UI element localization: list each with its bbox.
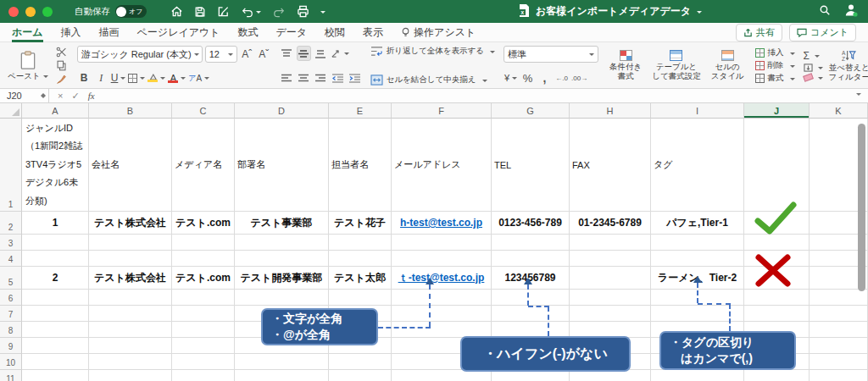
cell-F1[interactable]: メールアドレス [392, 119, 492, 212]
column-header-J[interactable]: J [744, 103, 810, 119]
undo-icon[interactable] [241, 6, 261, 18]
increase-font-button[interactable]: Aˆ [240, 47, 254, 62]
row-header-7[interactable]: 7 [0, 306, 22, 322]
share-button[interactable]: 共有 [736, 24, 782, 41]
increase-indent-button[interactable] [348, 70, 362, 86]
tab-tell-me[interactable]: 操作アシスト [401, 23, 476, 42]
accounting-format-button[interactable]: ¥ [504, 70, 518, 86]
cell-C7[interactable] [172, 306, 235, 322]
increase-decimal-button[interactable]: ←.0 [554, 70, 569, 86]
cell-styles-button[interactable]: セルのスタイル [709, 50, 747, 81]
cell-A1[interactable]: ジャンルID（1新聞2雑誌3TV4ラジオ5デジタル6未分類) [22, 119, 89, 212]
select-all-corner[interactable] [0, 103, 22, 119]
cell-B5[interactable]: テスト株式会社 [89, 267, 172, 290]
decrease-decimal-button[interactable]: .00→ [571, 70, 587, 86]
cell-E5[interactable]: テスト太郎 [329, 267, 392, 290]
cell-A11[interactable] [22, 370, 89, 381]
minimize-window-button[interactable] [25, 7, 36, 17]
align-top-button[interactable] [280, 46, 294, 61]
insert-function-icon[interactable]: fx [88, 91, 95, 101]
cell-I4[interactable] [651, 251, 744, 267]
cell-C5[interactable]: テスト.com [172, 267, 235, 290]
tab-data[interactable]: データ [276, 23, 308, 42]
cell-F7[interactable] [392, 306, 492, 322]
cell-K11[interactable] [810, 370, 868, 381]
row-header-3[interactable]: 3 [0, 235, 22, 251]
merge-center-button[interactable]: セルを結合して中央揃え [370, 75, 495, 86]
cell-C8[interactable] [172, 322, 235, 338]
cell-B7[interactable] [89, 306, 172, 322]
cell-C10[interactable] [172, 354, 235, 370]
row-header-9[interactable]: 9 [0, 338, 22, 354]
clear-button[interactable] [804, 74, 823, 82]
cell-I2[interactable]: パフェ,Tier-1 [651, 212, 744, 235]
cell-B2[interactable]: テスト株式会社 [89, 212, 172, 235]
cell-I1[interactable]: タグ [651, 119, 744, 212]
cell-D11[interactable] [235, 370, 329, 381]
cell-C1[interactable]: メディア名 [172, 119, 235, 212]
align-left-button[interactable] [280, 70, 294, 86]
format-as-table-button[interactable]: テーブルとして書式設定 [649, 50, 703, 81]
cell-A10[interactable] [22, 354, 89, 370]
cancel-entry-icon[interactable]: × [58, 91, 63, 101]
cell-B3[interactable] [89, 235, 172, 251]
column-header-F[interactable]: F [392, 103, 492, 119]
title-dropdown-icon[interactable] [697, 11, 702, 16]
zoom-window-button[interactable] [42, 7, 53, 17]
cell-A3[interactable] [22, 235, 89, 251]
toolbar-overflow-icon[interactable] [320, 8, 326, 16]
cell-B4[interactable] [89, 251, 172, 267]
bold-button[interactable]: B [77, 70, 92, 86]
column-header-G[interactable]: G [492, 103, 570, 119]
row-header-2[interactable]: 2 [0, 212, 22, 235]
cell-B8[interactable] [89, 322, 172, 338]
cell-D3[interactable] [235, 235, 329, 251]
comment-button[interactable]: コメント [789, 24, 856, 41]
cell-F6[interactable] [392, 290, 492, 306]
name-box[interactable]: J20 [0, 89, 49, 103]
tab-review[interactable]: 校閲 [325, 23, 345, 42]
column-header-E[interactable]: E [329, 103, 392, 119]
number-format-select[interactable]: 標準 [504, 46, 598, 63]
cell-C9[interactable] [172, 338, 235, 354]
cell-B9[interactable] [89, 338, 172, 354]
cell-C6[interactable] [172, 290, 235, 306]
row-header-1[interactable]: 1 [0, 119, 22, 212]
cell-J1[interactable] [744, 119, 810, 212]
percent-style-button[interactable]: % [520, 70, 535, 86]
row-header-4[interactable]: 4 [0, 251, 22, 267]
orientation-button[interactable] [331, 46, 349, 61]
cell-H3[interactable] [570, 235, 651, 251]
cell-B10[interactable] [89, 354, 172, 370]
cell-A9[interactable] [22, 338, 89, 354]
cell-B1[interactable]: 会社名 [89, 119, 172, 212]
fill-button[interactable] [804, 64, 823, 72]
tab-page-layout[interactable]: ページレイアウト [137, 23, 220, 42]
tab-home[interactable]: ホーム [12, 23, 43, 42]
cell-E2[interactable]: テスト花子 [329, 212, 392, 235]
row-header-8[interactable]: 8 [0, 322, 22, 338]
account-avatar[interactable] [844, 3, 858, 20]
tab-draw[interactable]: 描画 [99, 23, 120, 42]
delete-cells-button[interactable]: 削除 [755, 60, 795, 71]
insert-cells-button[interactable]: 挿入 [755, 47, 795, 58]
cell-J11[interactable] [744, 370, 810, 381]
column-header-C[interactable]: C [172, 103, 235, 119]
cell-G6[interactable] [492, 290, 570, 306]
cell-C11[interactable] [172, 370, 235, 381]
cell-B6[interactable] [89, 290, 172, 306]
cell-K7[interactable] [810, 306, 868, 322]
cell-D4[interactable] [235, 251, 329, 267]
conditional-formatting-button[interactable]: 条件付き書式 [607, 50, 644, 81]
cell-A6[interactable] [22, 290, 89, 306]
cell-B11[interactable] [89, 370, 172, 381]
save-icon[interactable] [194, 6, 206, 18]
font-size-select[interactable]: 12 [205, 46, 237, 63]
cell-G4[interactable] [492, 251, 570, 267]
cell-A2[interactable]: 1 [22, 212, 89, 235]
row-header-11[interactable]: 11 [0, 370, 22, 381]
cell-A5[interactable]: 2 [22, 267, 89, 290]
cell-H2[interactable]: 01-2345-6789 [570, 212, 651, 235]
tab-insert[interactable]: 挿入 [61, 23, 81, 42]
column-header-I[interactable]: I [651, 103, 744, 119]
